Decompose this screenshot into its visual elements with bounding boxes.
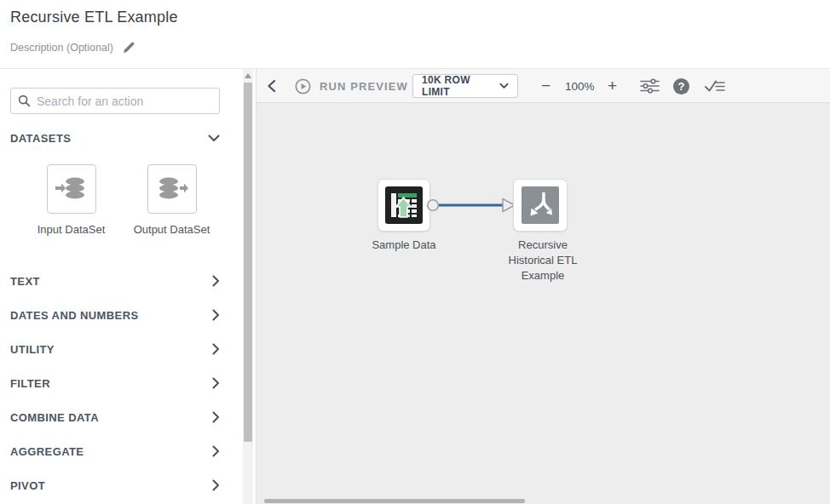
play-circle-icon	[295, 78, 311, 94]
row-limit-value: 10K ROW LIMIT	[422, 74, 499, 98]
output-port-circle	[428, 200, 439, 211]
chevron-right-icon	[212, 343, 220, 355]
dataset-tiles: Input DataSet	[0, 164, 243, 236]
row-limit-dropdown[interactable]: 10K ROW LIMIT	[412, 74, 518, 98]
description-label: Description (Optional)	[10, 42, 113, 54]
node-connection[interactable]	[426, 192, 520, 219]
search-box	[10, 88, 220, 114]
search-icon	[18, 94, 31, 107]
sidebar-item-aggregate[interactable]: AGGREGATE	[10, 438, 220, 464]
node-recursive-historical-etl[interactable]	[513, 179, 568, 232]
datasets-section-header[interactable]: DATASETS	[10, 125, 220, 151]
chevron-right-icon	[212, 479, 220, 491]
sidebar-item-utility[interactable]: UTILITY	[10, 336, 220, 362]
description-edit[interactable]: Description (Optional)	[10, 41, 135, 54]
back-button[interactable]	[267, 69, 276, 103]
sidebar-scrollbar-thumb[interactable]	[244, 83, 252, 442]
input-dataset-label: Input DataSet	[37, 223, 106, 236]
node-recursive-historical-etl-label: Recursive Historical ETL Example	[500, 238, 585, 284]
output-dataset-tile[interactable]: Output DataSet	[135, 164, 209, 236]
sidebar-item-text[interactable]: TEXT	[10, 268, 220, 294]
node-sample-data[interactable]	[378, 179, 430, 232]
chevron-down-icon	[499, 83, 509, 89]
help-icon[interactable]: ?	[673, 69, 689, 103]
canvas-hscrollbar-thumb[interactable]	[264, 499, 525, 503]
magic-etl-editor: Recursive ETL Example Description (Optio…	[0, 0, 830, 504]
dataflow-branch-icon	[522, 186, 559, 224]
sidebar-item-filter[interactable]: FILTER	[10, 370, 220, 396]
validate-checklist-icon[interactable]	[705, 69, 725, 103]
input-dataset-box	[47, 164, 96, 214]
pencil-icon[interactable]	[122, 41, 135, 54]
chevron-right-icon	[212, 377, 220, 389]
chevron-right-icon	[212, 445, 220, 457]
run-preview-button[interactable]: RUN PREVIEW	[295, 69, 408, 103]
datasets-section-label: DATASETS	[10, 132, 71, 145]
page-title: Recursive ETL Example	[10, 9, 178, 26]
zoom-out-button[interactable]: −	[541, 69, 550, 103]
settings-sliders-icon[interactable]	[640, 69, 660, 103]
output-dataset-box	[147, 164, 197, 214]
run-preview-label: RUN PREVIEW	[320, 80, 408, 93]
sidebar-item-pivot[interactable]: PIVOT	[10, 472, 220, 498]
database-arrow-out-icon	[155, 174, 189, 204]
output-dataset-label: Output DataSet	[134, 223, 210, 236]
dataflow-canvas[interactable]	[256, 69, 830, 504]
node-sample-data-label: Sample Data	[353, 238, 455, 253]
chevron-right-icon	[212, 309, 220, 321]
database-arrow-in-icon	[55, 174, 89, 204]
zoom-level: 100%	[565, 69, 595, 103]
action-sidebar: DATASETS	[0, 69, 256, 504]
canvas-toolbar: RUN PREVIEW 10K ROW LIMIT − 100% +	[256, 69, 830, 103]
chevron-right-icon	[212, 411, 220, 423]
input-dataset-tile[interactable]: Input DataSet	[35, 164, 108, 236]
dataset-table-icon	[385, 186, 423, 224]
sidebar-item-combine-data[interactable]: COMBINE DATA	[10, 404, 220, 430]
search-input[interactable]	[37, 94, 212, 108]
chevron-right-icon	[212, 275, 220, 287]
sidebar-item-dates-and-numbers[interactable]: DATES AND NUMBERS	[10, 302, 220, 328]
chevron-down-icon	[208, 135, 220, 142]
scrollbar-up-arrow[interactable]	[245, 73, 251, 78]
zoom-in-button[interactable]: +	[608, 69, 617, 103]
header: Recursive ETL Example Description (Optio…	[0, 0, 830, 69]
